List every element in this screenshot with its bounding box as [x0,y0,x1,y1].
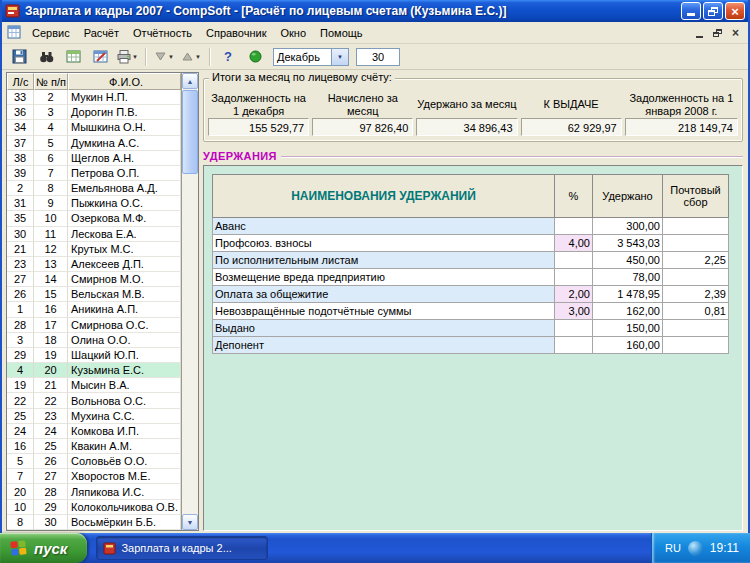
cell-number[interactable]: 7 [34,166,68,181]
cell-account[interactable]: 8 [7,515,34,530]
cell-account[interactable]: 23 [7,257,34,272]
cell-name[interactable]: Шацкий Ю.П. [68,348,181,363]
cell-account[interactable]: 2 [7,181,34,196]
report-button[interactable] [87,45,113,69]
month-select[interactable]: Декабрь ▼ [273,48,349,66]
scroll-down-icon[interactable]: ▼ [182,514,198,530]
header-name[interactable]: Ф.И.О. [68,73,181,90]
employee-row[interactable]: 2222Вольнова О.С. [7,393,181,408]
cell-account[interactable]: 22 [7,393,34,408]
cell-number[interactable]: 10 [34,211,68,226]
employee-row[interactable]: 1029Колокольчикова О.В. [7,500,181,515]
cell-deduction-name[interactable]: Невозвращённые подотчётные суммы [213,303,555,320]
cell-withheld[interactable]: 150,00 [593,320,663,337]
cell-postal-fee[interactable] [663,269,729,286]
cell-name[interactable]: Лескова Е.А. [68,227,181,242]
cell-withheld[interactable]: 160,00 [593,337,663,354]
cell-account[interactable]: 25 [7,409,34,424]
cell-account[interactable]: 16 [7,439,34,454]
cell-number[interactable]: 13 [34,257,68,272]
cell-deduction-name[interactable]: Аванс [213,218,555,235]
cell-number[interactable]: 2 [34,90,68,105]
cell-withheld[interactable]: 1 478,95 [593,286,663,303]
cell-name[interactable]: Колокольчикова О.В. [68,500,181,515]
cell-account[interactable]: 38 [7,151,34,166]
cell-account[interactable]: 35 [7,211,34,226]
cell-name[interactable]: Дорогин П.В. [68,105,181,120]
employee-row[interactable]: 3510Озеркова М.Ф. [7,211,181,226]
employee-row[interactable]: 2714Смирнов М.О. [7,272,181,287]
cell-percent[interactable] [555,218,593,235]
cell-percent[interactable] [555,320,593,337]
cell-percent[interactable]: 2,00 [555,286,593,303]
cell-account[interactable]: 19 [7,378,34,393]
cell-number[interactable]: 28 [34,484,68,499]
employee-row[interactable]: 526Соловьёв О.О. [7,454,181,469]
scrollbar-track[interactable] [182,89,198,514]
cell-name[interactable]: Квакин А.М. [68,439,181,454]
cell-name[interactable]: Емельянова А.Д. [68,181,181,196]
menu-item-reporting[interactable]: Отчётность [126,25,199,41]
cell-account[interactable]: 7 [7,469,34,484]
menu-item-service[interactable]: Сервис [25,25,77,41]
cell-postal-fee[interactable]: 0,81 [663,303,729,320]
cell-account[interactable]: 5 [7,454,34,469]
cell-name[interactable]: Олина О.О. [68,333,181,348]
cell-withheld[interactable]: 162,00 [593,303,663,320]
chevron-down-icon[interactable]: ▼ [331,49,348,65]
cell-postal-fee[interactable] [663,235,729,252]
deduction-row[interactable]: По исполнительным листам450,002,25 [213,252,729,269]
employee-row[interactable]: 2424Комкова И.П. [7,424,181,439]
employee-row[interactable]: 375Думкина А.С. [7,136,181,151]
cell-number[interactable]: 21 [34,378,68,393]
start-button[interactable]: пуск [0,533,87,563]
employee-row[interactable]: 28Емельянова А.Д. [7,181,181,196]
cell-name[interactable]: Соловьёв О.О. [68,454,181,469]
cell-deduction-name[interactable]: Возмещение вреда предприятию [213,269,555,286]
employee-row[interactable]: 319Пыжкина О.С. [7,196,181,211]
cell-name[interactable]: Восьмёркин Б.Б. [68,515,181,530]
scrollbar-thumb[interactable] [182,90,198,174]
employee-row[interactable]: 1921Мысин В.А. [7,378,181,393]
employee-row[interactable]: 116Аникина А.П. [7,302,181,317]
employee-row[interactable]: 318Олина О.О. [7,333,181,348]
menu-item-directory[interactable]: Справочник [199,25,274,41]
employee-row[interactable]: 2615Вельская М.В. [7,287,181,302]
cell-number[interactable]: 19 [34,348,68,363]
language-indicator[interactable]: RU [665,542,681,554]
cell-account[interactable]: 26 [7,287,34,302]
employee-row[interactable]: 363Дорогин П.В. [7,105,181,120]
cell-account[interactable]: 1 [7,302,34,317]
cell-postal-fee[interactable] [663,218,729,235]
employee-row[interactable]: 397Петрова О.П. [7,166,181,181]
cell-deduction-name[interactable]: По исполнительным листам [213,252,555,269]
deduction-row[interactable]: Невозвращённые подотчётные суммы3,00162,… [213,303,729,320]
cell-name[interactable]: Аникина А.П. [68,302,181,317]
cell-name[interactable]: Мышкина О.Н. [68,120,181,135]
cell-name[interactable]: Хворостов М.Е. [68,469,181,484]
cell-account[interactable]: 33 [7,90,34,105]
nav-up-button[interactable]: ▼ [178,45,204,69]
cell-postal-fee[interactable]: 2,39 [663,286,729,303]
cell-account[interactable]: 36 [7,105,34,120]
cell-account[interactable]: 28 [7,318,34,333]
minimize-button[interactable] [681,2,701,20]
run-button[interactable] [242,45,268,69]
cell-account[interactable]: 3 [7,333,34,348]
cell-number[interactable]: 24 [34,424,68,439]
cell-name[interactable]: Озеркова М.Ф. [68,211,181,226]
cell-name[interactable]: Щеглов А.Н. [68,151,181,166]
cell-withheld[interactable]: 78,00 [593,269,663,286]
employee-row[interactable]: 386Щеглов А.Н. [7,151,181,166]
cell-name[interactable]: Кузьмина Е.С. [68,363,181,378]
cell-name[interactable]: Смирнова О.С. [68,318,181,333]
mdi-restore-button[interactable] [709,25,726,40]
employee-row[interactable]: 1625Квакин А.М. [7,439,181,454]
employee-row[interactable]: 2523Мухина С.С. [7,409,181,424]
cell-percent[interactable]: 4,00 [555,235,593,252]
cell-number[interactable]: 14 [34,272,68,287]
restore-button[interactable] [703,2,723,20]
cell-number[interactable]: 18 [34,333,68,348]
cell-account[interactable]: 39 [7,166,34,181]
cell-number[interactable]: 25 [34,439,68,454]
